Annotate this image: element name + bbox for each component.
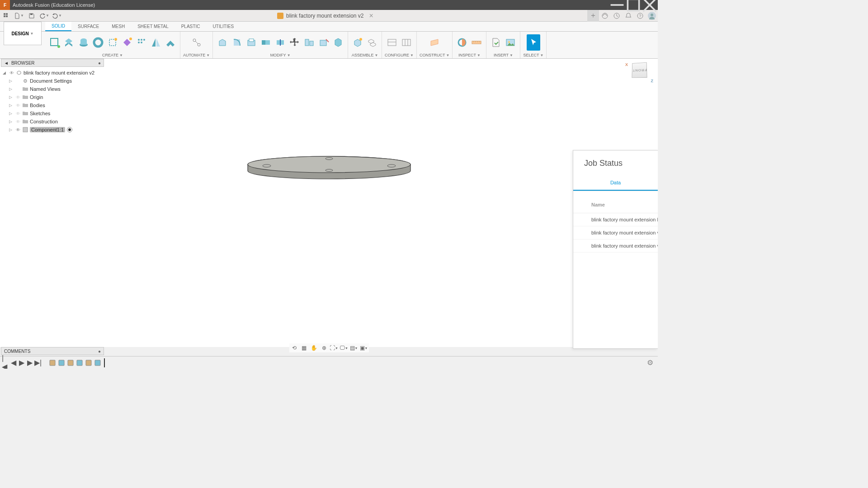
comments-pin-button[interactable]: ●: [98, 349, 101, 354]
move-button[interactable]: [288, 34, 302, 51]
visibility-toggle[interactable]: [14, 94, 22, 100]
notifications-icon[interactable]: [623, 10, 634, 22]
visibility-toggle[interactable]: [14, 103, 22, 108]
svg-point-23: [141, 39, 142, 41]
timeline-feature-5[interactable]: [94, 359, 102, 367]
change-parameters-button[interactable]: [385, 34, 399, 51]
job-status-icon[interactable]: [611, 10, 623, 22]
help-icon[interactable]: ?: [634, 10, 646, 22]
sketch-button[interactable]: [48, 34, 61, 51]
tree-item-sketches[interactable]: ▷Sketches: [1, 109, 104, 117]
timeline-marker[interactable]: [104, 358, 105, 367]
joint-button[interactable]: [365, 34, 379, 51]
grid-settings-button[interactable]: ▤▼: [349, 343, 359, 352]
tab-surface[interactable]: SURFACE: [71, 22, 105, 31]
tree-item-bodies[interactable]: ▷Bodies: [1, 101, 104, 109]
press-pull-button[interactable]: [216, 34, 229, 51]
job-row[interactable]: blink factory mount extension b: [573, 213, 658, 226]
delete-button[interactable]: [317, 34, 330, 51]
browser-collapse-button[interactable]: ◄: [4, 61, 9, 66]
timeline-feature-1[interactable]: [57, 359, 66, 367]
thicken-button[interactable]: [164, 34, 177, 51]
timeline-start-button[interactable]: |◀: [2, 359, 9, 366]
tree-item-component1-1[interactable]: ▷Component1:1: [1, 126, 104, 134]
profile-avatar[interactable]: [646, 10, 658, 22]
tab-solid[interactable]: SOLID: [45, 22, 71, 31]
measure-button[interactable]: [470, 34, 483, 51]
viewport-layout-button[interactable]: ▣▼: [359, 343, 369, 352]
mirror-button[interactable]: [149, 34, 163, 51]
tree-item-construction[interactable]: ▷Construction: [1, 117, 104, 126]
insert-decal-button[interactable]: [504, 34, 517, 51]
align-button[interactable]: [302, 34, 316, 51]
extensions-icon[interactable]: [599, 10, 611, 22]
form-button[interactable]: [120, 34, 134, 51]
fillet-button[interactable]: [230, 34, 244, 51]
automate-button[interactable]: [190, 34, 203, 51]
data-panel-button[interactable]: [1, 10, 12, 21]
comments-panel[interactable]: COMMENTS ●: [1, 347, 104, 355]
timeline-feature-3[interactable]: [75, 359, 84, 367]
insert-derive-button[interactable]: [489, 34, 503, 51]
redo-button[interactable]: ▼: [52, 10, 62, 21]
extrude-button[interactable]: [62, 34, 76, 51]
look-at-button[interactable]: ▦: [299, 343, 309, 352]
activate-component-button[interactable]: [67, 127, 72, 132]
minimize-button[interactable]: [609, 0, 625, 10]
tree-item-origin[interactable]: ▷Origin: [1, 93, 104, 101]
browser-pin-button[interactable]: ●: [98, 61, 101, 66]
save-button[interactable]: [26, 10, 37, 21]
visibility-toggle[interactable]: [8, 70, 15, 75]
tab-mesh[interactable]: MESH: [105, 22, 131, 31]
inspect-button[interactable]: [455, 34, 469, 51]
maximize-button[interactable]: [625, 0, 642, 10]
loft-button[interactable]: [106, 34, 119, 51]
job-status-tab-data[interactable]: Data: [573, 175, 658, 191]
pan-button[interactable]: ✋: [309, 343, 319, 352]
select-button[interactable]: [527, 34, 540, 51]
undo-button[interactable]: ▼: [39, 10, 50, 21]
file-menu-button[interactable]: ▼: [14, 10, 24, 21]
view-cube[interactable]: X FRONT Z: [632, 62, 650, 80]
timeline-next-button[interactable]: ▶: [26, 359, 33, 366]
construct-plane-button[interactable]: [428, 34, 441, 51]
physical-material-button[interactable]: [331, 34, 345, 51]
viewcube-face[interactable]: FRONT: [632, 62, 647, 78]
timeline-feature-2[interactable]: [66, 359, 75, 367]
pattern-button[interactable]: [135, 34, 148, 51]
group-create: CREATE▼: [45, 32, 180, 58]
timeline-prev-button[interactable]: ◀: [10, 359, 17, 366]
revolve-button[interactable]: [77, 34, 90, 51]
close-button[interactable]: [642, 0, 658, 10]
split-button[interactable]: [274, 34, 287, 51]
combine-button[interactable]: [259, 34, 273, 51]
tab-sheet-metal[interactable]: SHEET METAL: [131, 22, 175, 31]
timeline-feature-0[interactable]: [48, 359, 57, 367]
zoom-button[interactable]: ⊕: [319, 343, 329, 352]
visibility-toggle[interactable]: [14, 119, 22, 124]
orbit-button[interactable]: ⟲: [289, 343, 299, 352]
tab-utilities[interactable]: UTILITIES: [206, 22, 240, 31]
timeline-end-button[interactable]: ▶|: [34, 359, 42, 366]
tree-root[interactable]: ◢ blink factory mount extension v2: [1, 69, 104, 77]
tree-item-named-views[interactable]: ▷Named Views: [1, 85, 104, 93]
workspace-switcher[interactable]: DESIGN ▼: [4, 22, 42, 45]
display-settings-button[interactable]: 🖵▼: [339, 343, 349, 352]
tree-item-document-settings[interactable]: ▷⚙Document Settings: [1, 77, 104, 85]
new-tab-button[interactable]: ＋: [587, 10, 599, 22]
job-row[interactable]: blink factory mount extension v: [573, 239, 658, 253]
visibility-toggle[interactable]: [14, 111, 22, 116]
visibility-toggle[interactable]: [14, 127, 22, 132]
tab-plastic[interactable]: PLASTIC: [175, 22, 207, 31]
svg-rect-47: [472, 41, 481, 44]
sweep-button[interactable]: [91, 34, 105, 51]
close-tab-button[interactable]: ×: [369, 12, 373, 20]
timeline-feature-4[interactable]: [85, 359, 93, 367]
shell-button[interactable]: [245, 34, 258, 51]
new-component-button[interactable]: [351, 34, 364, 51]
job-row[interactable]: blink factory mount extension v: [573, 226, 658, 239]
configure-button[interactable]: [400, 34, 413, 51]
timeline-play-button[interactable]: ▶: [18, 359, 25, 366]
fit-button[interactable]: ⛶▼: [329, 343, 339, 352]
timeline-settings-button[interactable]: ⚙: [647, 358, 656, 367]
